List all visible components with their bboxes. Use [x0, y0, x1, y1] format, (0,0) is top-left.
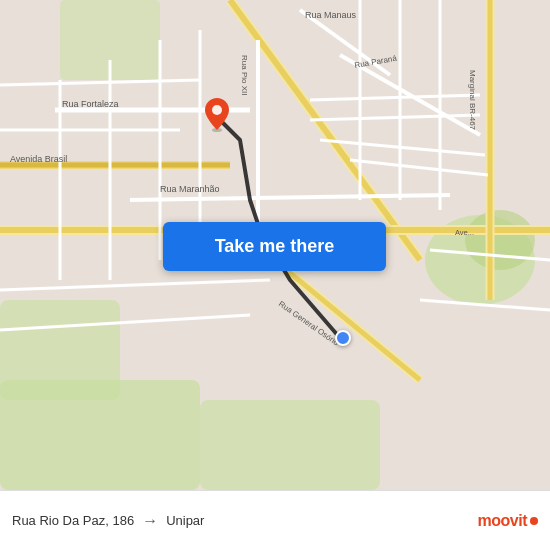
svg-rect-5 — [200, 400, 380, 490]
svg-point-2 — [465, 210, 535, 270]
svg-text:Rua Maranhão: Rua Maranhão — [160, 184, 220, 194]
route-from: Rua Rio Da Paz, 186 — [12, 513, 134, 528]
destination-marker — [335, 330, 351, 346]
take-me-there-button[interactable]: Take me there — [163, 222, 386, 271]
route-info: Rua Rio Da Paz, 186 → Unipar moovit — [12, 512, 538, 530]
svg-text:Marginal BR-467: Marginal BR-467 — [468, 70, 477, 131]
svg-text:Rua Fortaleza: Rua Fortaleza — [62, 99, 119, 109]
svg-point-49 — [212, 105, 222, 115]
footer-bar: Rua Rio Da Paz, 186 → Unipar moovit — [0, 490, 550, 550]
svg-text:Avenida Brasil: Avenida Brasil — [10, 154, 67, 164]
moovit-logo: moovit — [478, 512, 538, 530]
svg-text:Rua Pio XII: Rua Pio XII — [240, 55, 249, 95]
route-arrow: → — [142, 512, 158, 530]
svg-text:Ave...: Ave... — [455, 228, 474, 237]
moovit-brand-text: moovit — [478, 512, 527, 530]
map-container: Rua Manaus Marginal BR-467 Rua Paraná Ru… — [0, 0, 550, 490]
moovit-dot — [530, 517, 538, 525]
origin-marker — [205, 98, 229, 136]
svg-text:Rua Manaus: Rua Manaus — [305, 10, 357, 20]
route-to: Unipar — [166, 513, 204, 528]
svg-rect-4 — [0, 380, 200, 490]
